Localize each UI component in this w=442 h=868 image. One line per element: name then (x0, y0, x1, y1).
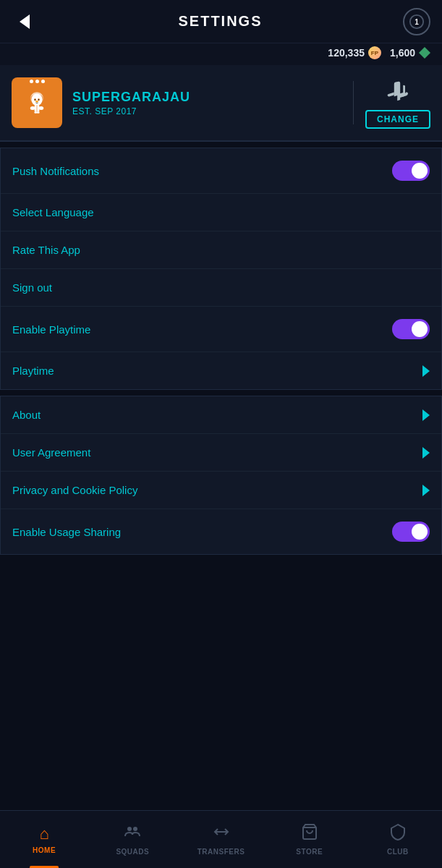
bottom-nav: ⌂ HOME SQUADS TRANSFERS STORE CLUB (0, 810, 442, 868)
toggle-thumb-3 (412, 524, 428, 540)
gem-icon (419, 47, 430, 59)
squads-icon (124, 823, 141, 845)
settings-group-2: About User Agreement Privacy and Cookie … (0, 396, 442, 555)
enable-playtime-item[interactable]: Enable Playtime (1, 307, 441, 352)
back-arrow-icon (20, 14, 30, 29)
enable-usage-sharing-toggle[interactable] (392, 522, 430, 542)
svg-point-8 (38, 99, 40, 101)
svg-text:1: 1 (415, 17, 419, 25)
playstation-icon (383, 77, 412, 106)
gems-value: 1,600 (390, 47, 415, 59)
profile-est: EST. SEP 2017 (72, 106, 341, 116)
privacy-policy-label: Privacy and Cookie Policy (12, 484, 137, 496)
enable-playtime-label: Enable Playtime (12, 323, 90, 336)
back-button[interactable] (12, 9, 38, 35)
nav-item-club[interactable]: CLUB (354, 817, 442, 861)
select-language-item[interactable]: Select Language (1, 194, 441, 231)
push-notifications-label: Push Notifications (12, 165, 99, 177)
user-agreement-label: User Agreement (12, 446, 90, 459)
svg-point-15 (37, 111, 40, 114)
toggle-thumb (412, 163, 428, 179)
notification-icon[interactable]: 1 (403, 8, 430, 35)
sign-out-label: Sign out (12, 281, 52, 294)
nav-item-squads[interactable]: SQUADS (88, 817, 177, 861)
enable-playtime-toggle[interactable] (392, 319, 430, 339)
about-label: About (12, 409, 41, 421)
playtime-item[interactable]: Playtime (1, 352, 441, 389)
privacy-chevron-icon (422, 485, 430, 496)
lion-icon (22, 88, 52, 118)
profile-name: SUPERGARAJAU (72, 90, 341, 105)
select-language-label: Select Language (12, 206, 94, 218)
chevron-right-icon (422, 365, 430, 377)
enable-usage-sharing-label: Enable Usage Sharing (12, 526, 121, 538)
svg-point-13 (39, 106, 44, 110)
svg-point-17 (133, 827, 137, 831)
change-button[interactable]: CHANGE (365, 110, 430, 129)
about-item[interactable]: About (1, 396, 441, 434)
gems-display: 1,600 (390, 47, 430, 59)
nav-item-transfers[interactable]: TRANSFERS (177, 817, 265, 861)
coins-display: 120,335 FP (328, 46, 381, 59)
toggle-track-3 (392, 522, 430, 542)
club-icon (389, 823, 407, 845)
bell-icon: 1 (409, 14, 425, 30)
page-title: SETTINGS (178, 13, 262, 30)
svg-point-9 (35, 101, 38, 103)
home-label: HOME (33, 846, 56, 854)
sign-out-item[interactable]: Sign out (1, 269, 441, 307)
club-badge (12, 77, 62, 128)
playstation-section: CHANGE (365, 77, 430, 129)
toggle-thumb-2 (412, 321, 428, 337)
toggle-track-2 (392, 319, 430, 339)
user-agreement-chevron-icon (422, 447, 430, 459)
push-notifications-toggle[interactable] (392, 161, 430, 181)
profile-divider (353, 81, 354, 124)
transfers-label: TRANSFERS (197, 848, 245, 856)
svg-point-7 (35, 99, 36, 101)
user-agreement-item[interactable]: User Agreement (1, 434, 441, 472)
about-chevron-icon (422, 409, 430, 421)
header: SETTINGS 1 (0, 0, 442, 43)
rate-app-label: Rate This App (12, 244, 80, 256)
club-label: CLUB (387, 848, 409, 856)
enable-usage-sharing-item[interactable]: Enable Usage Sharing (1, 509, 441, 554)
push-notifications-item[interactable]: Push Notifications (1, 148, 441, 194)
nav-item-store[interactable]: STORE (265, 817, 354, 861)
svg-point-12 (30, 106, 35, 110)
nav-item-home[interactable]: ⌂ HOME (0, 819, 88, 860)
privacy-policy-item[interactable]: Privacy and Cookie Policy (1, 472, 441, 509)
settings-group-1: Push Notifications Select Language Rate … (0, 148, 442, 390)
coins-value: 120,335 (328, 47, 365, 59)
squads-label: SQUADS (116, 848, 149, 856)
rate-app-item[interactable]: Rate This App (1, 231, 441, 269)
transfers-icon (213, 823, 230, 845)
store-icon (301, 823, 318, 845)
playtime-label: Playtime (12, 365, 54, 377)
svg-point-16 (127, 827, 132, 831)
badge-decoration (30, 80, 45, 83)
profile-info: SUPERGARAJAU EST. SEP 2017 (72, 90, 341, 116)
store-label: STORE (296, 848, 323, 856)
toggle-track (392, 161, 430, 181)
profile-section: SUPERGARAJAU EST. SEP 2017 CHANGE (0, 65, 442, 142)
home-icon: ⌂ (39, 825, 48, 843)
currency-bar: 120,335 FP 1,600 (0, 43, 442, 65)
coin-icon: FP (368, 46, 381, 59)
